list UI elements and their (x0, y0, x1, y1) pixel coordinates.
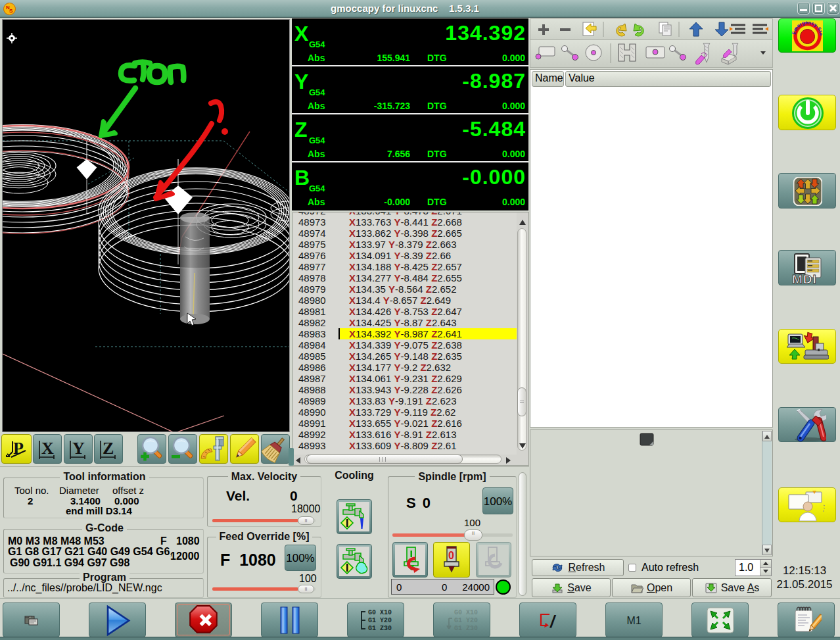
svg-text:Y: Y (72, 439, 85, 458)
svg-text:G0 X10: G0 X10 (368, 609, 392, 616)
svg-text:G1 Z30: G1 Z30 (368, 625, 392, 632)
svg-text:0: 0 (448, 550, 454, 561)
svg-text:/: / (549, 612, 557, 631)
svg-text:G1 Z30: G1 Z30 (454, 625, 478, 632)
svg-text:G0 X10: G0 X10 (454, 609, 478, 616)
svg-text:MDI: MDI (792, 272, 817, 284)
svg-text:G1 Y20: G1 Y20 (368, 617, 392, 624)
svg-text:Z: Z (103, 439, 114, 458)
svg-text:G1 Y20: G1 Y20 (454, 617, 478, 624)
svg-text:X: X (41, 439, 54, 458)
